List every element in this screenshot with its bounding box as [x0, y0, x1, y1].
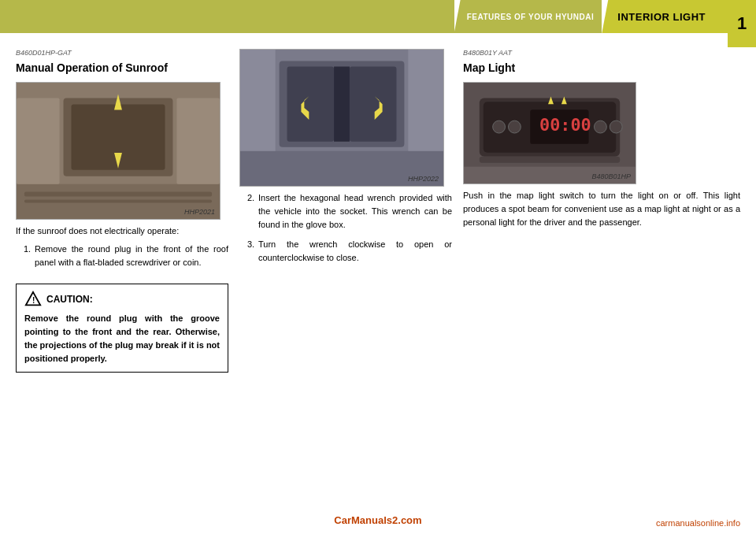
- wrench-steps: 2. Insert the hexagonal head wrench prov…: [239, 191, 452, 268]
- svg-rect-4: [24, 192, 212, 197]
- left-section-title: Manual Operation of Sunroof: [16, 61, 228, 74]
- header-bar: FEATURES OF YOUR HYUNDAI INTERIOR LIGHT …: [0, 0, 756, 33]
- caution-triangle-icon: !: [24, 291, 42, 308]
- svg-point-26: [508, 121, 521, 133]
- header-olive-bar: [0, 0, 454, 33]
- svg-point-25: [493, 121, 506, 133]
- caution-text: Remove the round plug with the groove po…: [24, 312, 220, 365]
- svg-rect-16: [334, 67, 350, 142]
- sunroof-step-1: 1. Remove the round plug in the front of…: [24, 243, 228, 269]
- maplight-image: 00:00 B480B01HP: [463, 82, 636, 184]
- caution-title: CAUTION:: [46, 294, 93, 305]
- svg-text:!: !: [32, 296, 35, 305]
- svg-point-29: [594, 121, 606, 133]
- sunroof-steps: 1. Remove the round plug in the front of…: [16, 243, 228, 273]
- sunroof-image-caption: HHP2021: [184, 208, 215, 216]
- maplight-illustration: 00:00: [464, 82, 636, 184]
- left-section-code: B460D01HP-GAT: [16, 49, 228, 57]
- footer: CarManuals2.com carmanualsonline.info: [0, 506, 756, 534]
- wrench-step-2: 2. Insert the hexagonal head wrench prov…: [247, 191, 452, 232]
- sunroof-illustration: [17, 82, 220, 220]
- section-label: INTERIOR LIGHT: [602, 0, 720, 33]
- svg-rect-21: [408, 50, 443, 151]
- caution-box: ! CAUTION: Remove the round plug with th…: [16, 284, 228, 373]
- svg-rect-33: [480, 157, 620, 163]
- features-text: FEATURES OF YOUR HYUNDAI: [467, 13, 595, 21]
- footer-watermark: CarManuals2.com: [334, 514, 421, 526]
- caution-header: ! CAUTION:: [24, 291, 220, 308]
- svg-rect-15: [350, 67, 397, 142]
- svg-rect-9: [176, 98, 220, 184]
- maplight-image-caption: B480B01HP: [591, 172, 631, 180]
- svg-rect-8: [17, 98, 60, 184]
- right-section-title: Map Light: [463, 61, 740, 74]
- center-column: HHP2022 2. Insert the hexagonal head wre…: [239, 49, 452, 495]
- right-section-code: B480B01Y AAT: [463, 49, 740, 57]
- svg-point-30: [610, 121, 622, 133]
- svg-text:00:00: 00:00: [539, 115, 591, 135]
- section-text: INTERIOR LIGHT: [617, 11, 706, 23]
- header-right: FEATURES OF YOUR HYUNDAI INTERIOR LIGHT …: [454, 0, 756, 33]
- chapter-number: 1: [728, 0, 756, 47]
- footer-site: carmanualsonline.info: [656, 518, 740, 528]
- main-content: B460D01HP-GAT Manual Operation of Sunroo…: [0, 41, 756, 502]
- svg-rect-5: [24, 200, 212, 203]
- right-column: B480B01Y AAT Map Light 00:00: [463, 49, 740, 495]
- svg-rect-14: [287, 67, 335, 142]
- maplight-body-text: Push in the map light switch to turn the…: [463, 189, 740, 229]
- left-column: B460D01HP-GAT Manual Operation of Sunroo…: [16, 49, 228, 495]
- wrench-step-3: 3. Turn the wrench clockwise to open or …: [247, 238, 452, 265]
- chapter-number-text: 1: [737, 13, 747, 34]
- sunroof-image: HHP2021: [16, 82, 220, 220]
- sunroof-intro-text: If the sunroof does not electrically ope…: [16, 224, 228, 238]
- wrench-image-caption: HHP2022: [408, 175, 439, 183]
- features-label: FEATURES OF YOUR HYUNDAI: [454, 0, 602, 33]
- svg-rect-20: [240, 50, 276, 151]
- wrench-illustration: [240, 49, 443, 187]
- wrench-image: HHP2022: [239, 49, 444, 187]
